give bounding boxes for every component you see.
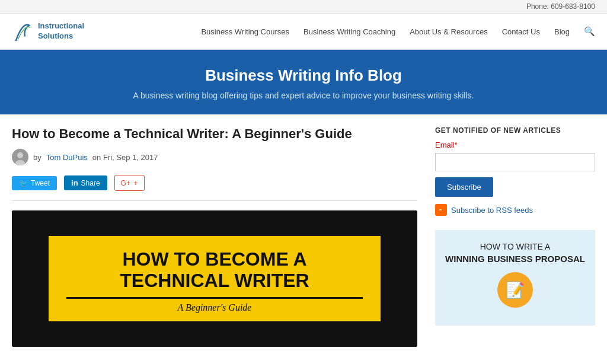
search-icon[interactable]: 🔍 [584, 26, 595, 37]
sidebar-notify-title: GET NOTIFIED OF NEW ARTICLES [435, 126, 595, 135]
linkedin-icon: in [71, 178, 78, 187]
top-bar: Phone: 609-683-8100 [0, 0, 607, 14]
article-date: on Fri, Sep 1, 2017 [92, 153, 158, 162]
article-hero-image: HOW TO BECOME A TECHNICAL WRITER A Begin… [12, 210, 417, 347]
twitter-icon: 🐦 [19, 179, 28, 187]
header: Instructional Solutions Business Writing… [0, 14, 607, 50]
gplus-icon: + [133, 178, 138, 187]
subscribe-button[interactable]: Subscribe [435, 177, 493, 197]
sidebar-ad-title: HOW TO WRITE A [445, 242, 586, 251]
main-layout: How to Become a Technical Writer: A Begi… [0, 114, 607, 359]
sidebar-notify-section: GET NOTIFIED OF NEW ARTICLES Email* Subs… [435, 126, 595, 216]
nav-item-courses[interactable]: Business Writing Courses [201, 27, 289, 36]
email-label: Email* [435, 141, 595, 149]
svg-point-1 [17, 152, 23, 158]
nav-item-about[interactable]: About Us & Resources [410, 27, 488, 36]
phone-number: Phone: 609-683-8100 [526, 2, 595, 11]
email-input[interactable] [435, 153, 595, 171]
author-name[interactable]: Tom DuPuis [46, 153, 88, 162]
logo-text: Instructional Solutions [38, 21, 84, 41]
image-yellow-box: HOW TO BECOME A TECHNICAL WRITER A Begin… [49, 236, 381, 321]
rss-icon: ╴ [435, 204, 447, 216]
article-title: How to Become a Technical Writer: A Begi… [12, 126, 417, 142]
image-main-text-line2: TECHNICAL WRITER [66, 270, 363, 291]
document-pencil-icon: 📝 [506, 281, 525, 299]
image-sub-divider [66, 297, 363, 299]
social-buttons: 🐦 Tweet in Share G+ + [12, 175, 417, 191]
nav-item-blog[interactable]: Blog [554, 27, 570, 36]
logo[interactable]: Instructional Solutions [12, 20, 84, 43]
sidebar: GET NOTIFIED OF NEW ARTICLES Email* Subs… [435, 126, 595, 347]
image-sub-text: A Beginner's Guide [66, 302, 363, 313]
logo-icon [12, 20, 33, 43]
article-area: How to Become a Technical Writer: A Begi… [12, 126, 417, 347]
rss-link[interactable]: ╴ Subscribe to RSS feeds [435, 204, 595, 216]
divider [12, 200, 417, 201]
nav-item-coaching[interactable]: Business Writing Coaching [304, 27, 395, 36]
hero-banner: Business Writing Info Blog A business wr… [0, 50, 607, 114]
hero-subtitle: A business writing blog offering tips an… [12, 91, 595, 100]
sidebar-ad-icon: 📝 [497, 272, 533, 308]
rss-label: Subscribe to RSS feeds [451, 206, 533, 215]
google-plus-button[interactable]: G+ + [114, 175, 145, 191]
author-prefix: by [33, 153, 41, 162]
main-nav: Business Writing Courses Business Writin… [201, 26, 595, 37]
tweet-button[interactable]: 🐦 Tweet [12, 176, 57, 190]
author-avatar [12, 149, 28, 165]
sidebar-ad-bold: WINNING BUSINESS PROPOSAL [445, 254, 586, 264]
author-line: by Tom DuPuis on Fri, Sep 1, 2017 [12, 149, 417, 165]
hero-title: Business Writing Info Blog [12, 66, 595, 85]
image-main-text-line1: HOW TO BECOME A [66, 249, 363, 270]
sidebar-ad[interactable]: HOW TO WRITE A WINNING BUSINESS PROPOSAL… [435, 230, 595, 325]
nav-item-contact[interactable]: Contact Us [502, 27, 540, 36]
linkedin-share-button[interactable]: in Share [64, 175, 107, 190]
